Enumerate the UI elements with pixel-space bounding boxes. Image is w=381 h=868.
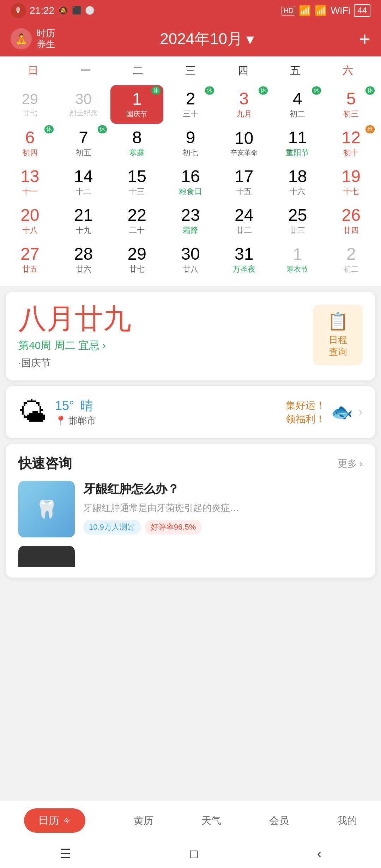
mic-icon: 🎙	[11, 3, 26, 18]
lunar-date-big: 八月廿九	[18, 305, 131, 333]
day-oct13[interactable]: 13 十一	[4, 163, 56, 201]
app-logo: 🧘 时历 养生	[11, 28, 55, 50]
day-oct22[interactable]: 22 二十	[110, 201, 163, 240]
location-icon: 📍	[55, 415, 66, 426]
consult-tag-count: 10.9万人测过	[83, 520, 141, 535]
nav-mine[interactable]: 我的	[337, 814, 357, 827]
day-oct28[interactable]: 28 廿六	[57, 240, 110, 279]
weather-temp: 15° 晴	[55, 397, 96, 415]
holiday-badge-4: 休	[312, 86, 321, 95]
day-oct27[interactable]: 27 廿五	[4, 240, 56, 279]
status-time: 21:22	[30, 5, 54, 16]
calendar-week-5: 27 廿五 28 廿六 29 廿七 30 廿八 31 万圣夜 1 寒衣节 2 初…	[0, 240, 381, 279]
holiday-badge-3: 休	[259, 86, 268, 95]
consult-more-button[interactable]: 更多 ›	[338, 457, 363, 470]
day-oct8[interactable]: 8 寒露	[110, 124, 163, 163]
day-oct29[interactable]: 29 廿七	[110, 240, 163, 279]
day-oct16[interactable]: 16 粮食日	[164, 163, 217, 201]
fish-icon: 🐟	[331, 402, 353, 422]
holiday-badge-2: 休	[205, 86, 214, 95]
lunar-card: 八月廿九 第40周 周二 宜忌› ·国庆节 📋 日程 查询	[6, 292, 375, 380]
day-oct2[interactable]: 休 2 三十	[164, 85, 217, 124]
day-oct11[interactable]: 11 重阳节	[271, 124, 324, 163]
day-oct4[interactable]: 休 4 初二	[271, 85, 324, 124]
lunar-week[interactable]: 第40周 周二 宜忌›	[18, 338, 131, 353]
nav-today-badge: 今	[62, 816, 71, 825]
day-nov2[interactable]: 2 初二	[325, 240, 377, 279]
day-oct20[interactable]: 20 十八	[4, 201, 56, 240]
logo-icon: 🧘	[11, 28, 32, 49]
weekday-mon: 一	[60, 60, 112, 82]
weekday-tue: 二	[112, 60, 164, 82]
consult-thumbnail-1: 🦷	[18, 481, 75, 537]
nav-member[interactable]: 会员	[269, 814, 289, 827]
consult-question-1: 牙龈红肿怎么办？	[83, 481, 239, 497]
nav-almanac[interactable]: 黄历	[134, 814, 153, 827]
day-oct31[interactable]: 31 万圣夜	[218, 240, 271, 279]
day-oct25[interactable]: 25 廿三	[271, 201, 324, 240]
wifi-icon: WiFi	[331, 5, 350, 16]
weekday-fri: 五	[269, 60, 322, 82]
weekday-sun: 日	[7, 60, 60, 82]
schedule-label: 日程 查询	[329, 334, 347, 358]
day-oct15[interactable]: 15 十三	[110, 163, 163, 201]
work-badge-12: 班	[365, 125, 375, 133]
day-nov1[interactable]: 1 寒衣节	[271, 240, 324, 279]
day-oct18[interactable]: 18 十六	[271, 163, 324, 201]
day-oct5[interactable]: 休 5 初三	[325, 85, 377, 124]
nav-calendar-label: 日历	[38, 813, 59, 828]
weekday-thu: 四	[217, 60, 269, 82]
day-oct10[interactable]: 10 辛亥革命	[218, 124, 271, 163]
day-oct17[interactable]: 17 十五	[218, 163, 271, 201]
day-oct1[interactable]: 休 1 国庆节	[110, 85, 163, 124]
month-title[interactable]: 2024年10月 ▾	[160, 29, 254, 49]
nav-almanac-label: 黄历	[134, 814, 153, 827]
day-oct26[interactable]: 26 廿四	[325, 201, 377, 240]
day-sep30[interactable]: 30 烈士纪念	[57, 85, 110, 124]
weather-city: 📍 邯郸市	[55, 415, 96, 427]
schedule-icon: 📋	[327, 312, 349, 331]
weather-card[interactable]: 🌤 15° 晴 📍 邯郸市 集好运！ 领福利！ 🐟 ›	[6, 386, 375, 438]
day-sep29[interactable]: 29 廿七	[4, 85, 56, 124]
logo-text: 时历 养生	[37, 28, 55, 50]
day-oct3[interactable]: 休 3 九月	[218, 85, 271, 124]
consult-item-1[interactable]: 🦷 牙龈红肿怎么办？ 牙龈红肿通常是由牙菌斑引起的炎症… 10.9万人测过 好评…	[18, 481, 363, 537]
consult-title: 快速咨询	[18, 454, 72, 472]
lunar-main: 八月廿九 第40周 周二 宜忌› ·国庆节	[18, 305, 131, 370]
day-oct12[interactable]: 班 12 初十	[325, 124, 377, 163]
system-back-button[interactable]: ‹	[317, 846, 321, 861]
nav-weather-label: 天气	[201, 814, 221, 827]
system-nav: ☰ □ ‹	[0, 840, 381, 868]
day-oct24[interactable]: 24 廿二	[218, 201, 271, 240]
day-oct14[interactable]: 14 十二	[57, 163, 110, 201]
hbadge-7: 休	[98, 125, 107, 133]
consult-item-2-partial[interactable]	[18, 546, 363, 567]
day-oct19[interactable]: 19 十七	[325, 163, 377, 201]
hbadge-6: 休	[44, 125, 54, 133]
day-oct6[interactable]: 休 6 初四	[4, 124, 56, 163]
day-oct30[interactable]: 30 廿八	[164, 240, 217, 279]
day-oct9[interactable]: 9 初七	[164, 124, 217, 163]
status-left: 🎙 21:22 🔕 ⬛ ⚪	[11, 3, 95, 18]
consult-tags-1: 10.9万人测过 好评率96.5%	[83, 520, 239, 535]
consult-thumbnail-2	[18, 546, 75, 567]
nav-mine-label: 我的	[337, 814, 357, 827]
weather-luck[interactable]: 集好运！ 领福利！ 🐟 ›	[286, 398, 363, 426]
bottom-nav: 日历 今 黄历 天气 会员 我的	[0, 801, 381, 840]
calendar-week-4: 20 十八 21 十九 22 二十 23 霜降 24 廿二 25 廿三 26 廿…	[0, 201, 381, 240]
nav-calendar[interactable]: 日历 今	[24, 808, 85, 833]
system-home-button[interactable]: □	[190, 846, 198, 861]
weather-icon: 🌤	[18, 396, 47, 428]
add-button[interactable]: +	[359, 28, 370, 50]
weekday-row: 日 一 二 三 四 五 六	[0, 56, 381, 85]
schedule-button[interactable]: 📋 日程 查询	[313, 305, 363, 365]
day-oct23[interactable]: 23 霜降	[164, 201, 217, 240]
calendar-week-2: 休 6 初四 休 7 初五 8 寒露 9 初七 10 辛亥革命 11 重阳节 班…	[0, 124, 381, 163]
day-oct7[interactable]: 休 7 初五	[57, 124, 110, 163]
nav-weather[interactable]: 天气	[201, 814, 221, 827]
luck-text: 集好运！ 领福利！	[286, 398, 325, 426]
nav-member-label: 会员	[269, 814, 289, 827]
system-menu-button[interactable]: ☰	[60, 846, 71, 861]
weekday-wed: 三	[164, 60, 217, 82]
day-oct21[interactable]: 21 十九	[57, 201, 110, 240]
